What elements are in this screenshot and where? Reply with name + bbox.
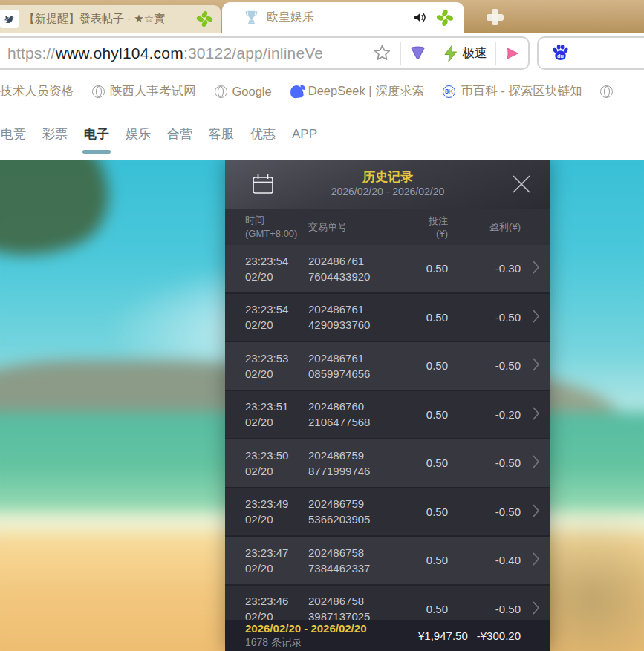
baidu-extension-box[interactable]: du — [537, 36, 644, 70]
bird-favicon-icon — [0, 10, 19, 28]
new-tab-icon[interactable] — [484, 8, 507, 26]
chevron-right-icon — [521, 407, 540, 422]
row-order-line2: 4290933760 — [308, 317, 418, 333]
speed-mode-button[interactable]: 极速 — [435, 38, 495, 68]
site-nav-item[interactable]: APP — [291, 108, 318, 160]
bookmark-item[interactable]: Google — [215, 85, 272, 99]
bookmark-label: 币百科 - 探索区块链知 — [461, 83, 582, 99]
chevron-right-icon — [521, 261, 540, 276]
address-bar[interactable]: https://www.ohyl104.com:30122/app/inline… — [0, 36, 530, 70]
bookmark-item[interactable]: 技术人员资格 — [0, 83, 74, 99]
row-time: 23:23:47 — [245, 545, 308, 560]
col-profit: 盈利(¥) — [448, 220, 521, 234]
row-order-line1: 202486761 — [308, 350, 418, 366]
tab-title: 欧皇娱乐 — [267, 10, 404, 25]
row-time: 23:23:53 — [245, 350, 308, 366]
row-time-cell: 23:23:47 02/20 — [245, 545, 308, 576]
trophy-favicon-icon — [244, 10, 258, 25]
site-nav-item[interactable]: 客服 — [208, 108, 235, 160]
site-nav-item[interactable]: 彩票 — [42, 108, 68, 160]
baidu-paw-icon[interactable]: du — [550, 43, 570, 63]
url-scheme: https:// — [7, 45, 56, 62]
row-profit: -0.50 — [448, 457, 521, 469]
row-order-line1: 202486761 — [308, 253, 418, 269]
row-date: 02/20 — [245, 560, 308, 576]
bookmark-label: 陕西人事考试网 — [110, 83, 196, 99]
calendar-icon[interactable] — [250, 171, 276, 200]
row-time: 23:23:54 — [245, 253, 308, 269]
row-bet: 0.50 — [418, 457, 448, 469]
site-nav-label: 电竞 — [1, 125, 26, 143]
close-icon[interactable] — [510, 173, 533, 198]
tab-title: 【新提醒】發表帖子 - ★☆實 — [24, 12, 191, 26]
modal-title: 历史记录 — [362, 169, 413, 185]
bookmark-item[interactable]: 陕西人事考试网 — [92, 83, 196, 99]
bookmark-item[interactable]: DeepSeek | 深度求索 — [290, 83, 425, 99]
row-date: 02/20 — [245, 463, 308, 479]
col-bet: 投注(¥) — [418, 215, 448, 239]
row-order-cell: 202486761 4290933760 — [308, 301, 418, 333]
vpn-shield-icon[interactable] — [401, 38, 435, 68]
clover-extension-icon — [196, 10, 213, 27]
tab-active-ouhuang[interactable]: 欧皇娱乐 — [222, 2, 464, 33]
table-row[interactable]: 23:23:47 02/20 202486758 7384462337 0.50… — [225, 537, 550, 586]
summary-record-count: 1678 条记录 — [245, 635, 418, 650]
table-row[interactable]: 23:23:53 02/20 202486761 0859974656 0.50… — [225, 342, 550, 391]
site-nav-label: 彩票 — [42, 125, 68, 143]
clover-extension-icon[interactable] — [436, 9, 454, 27]
url-text[interactable]: https://www.ohyl104.com:30122/app/inline… — [0, 45, 364, 62]
table-row[interactable]: 23:23:50 02/20 202486759 8771999746 0.50… — [225, 439, 550, 488]
bookmark-star-icon[interactable] — [364, 38, 400, 68]
row-profit: -0.50 — [448, 359, 521, 372]
bookmark-favicon-icon — [600, 85, 613, 98]
table-header: 时间 (GMT+8:00) 交易单号 投注(¥) 盈利(¥) — [225, 209, 550, 245]
bookmark-item[interactable]: 币百科 - 探索区块链知 — [443, 83, 582, 99]
chevron-right-icon — [521, 310, 540, 325]
chevron-right-icon — [521, 601, 540, 617]
summary-total-profit: -¥300.20 — [448, 629, 521, 642]
row-order-line1: 202486759 — [308, 448, 418, 463]
row-profit: -0.50 — [448, 311, 521, 324]
row-date: 02/20 — [245, 511, 308, 527]
url-domain: www.ohyl104.com — [56, 45, 183, 62]
site-nav-label: 娱乐 — [126, 125, 151, 143]
row-order-cell: 202486760 2106477568 — [308, 399, 418, 430]
row-order-line1: 202486759 — [308, 496, 418, 511]
table-row[interactable]: 23:23:51 02/20 202486760 2106477568 0.50… — [225, 391, 550, 440]
table-row[interactable]: 23:23:54 02/20 202486761 7604433920 0.50… — [225, 245, 550, 294]
row-order-line2: 7604433920 — [308, 269, 418, 284]
row-profit: -0.40 — [448, 554, 521, 566]
site-nav-item[interactable]: 合营 — [166, 108, 193, 160]
site-nav-label: 合营 — [167, 125, 192, 143]
row-time-cell: 23:23:54 02/20 — [245, 301, 308, 333]
lightning-icon — [443, 45, 458, 62]
row-time: 23:23:51 — [245, 399, 308, 414]
play-video-icon[interactable] — [496, 38, 528, 68]
speed-mode-label: 极速 — [462, 45, 487, 62]
site-nav-item[interactable]: 娱乐 — [125, 108, 152, 160]
table-row[interactable]: 23:23:49 02/20 202486759 5366203905 0.50… — [225, 488, 550, 537]
row-date: 02/20 — [245, 414, 308, 430]
site-nav-item[interactable]: 电子 — [83, 108, 110, 160]
bookmark-favicon-icon — [215, 85, 227, 98]
row-time: 23:23:50 — [245, 448, 308, 463]
row-bet: 0.50 — [418, 311, 448, 324]
tab-forum[interactable]: 【新提醒】發表帖子 - ★☆實 — [0, 5, 221, 33]
table-row[interactable]: 23:23:54 02/20 202486761 4290933760 0.50… — [225, 294, 550, 343]
row-bet: 0.50 — [418, 554, 448, 566]
bookmark-label: Google — [232, 85, 272, 99]
speaker-audio-icon[interactable] — [412, 10, 428, 25]
bookmarks-bar: 技术人员资格 陕西人事考试网 Google DeepSeek | 深度求索 币百… — [0, 74, 644, 109]
chevron-right-icon — [521, 552, 540, 568]
bookmark-item[interactable] — [600, 85, 618, 98]
site-nav-item[interactable]: 优惠 — [250, 108, 276, 160]
row-date: 02/20 — [245, 269, 308, 284]
row-bet: 0.50 — [418, 603, 448, 615]
row-order-cell: 202486761 0859974656 — [308, 350, 418, 382]
row-order-line2: 8771999746 — [308, 463, 418, 479]
row-profit: -0.50 — [448, 603, 521, 615]
site-nav-item[interactable]: 电竞 — [0, 108, 27, 160]
row-order-line1: 202486758 — [308, 593, 418, 609]
site-nav-label: 客服 — [209, 125, 234, 143]
summary-footer: 2026/02/20 - 2026/02/20 1678 条记录 ¥1,947.… — [225, 620, 550, 651]
